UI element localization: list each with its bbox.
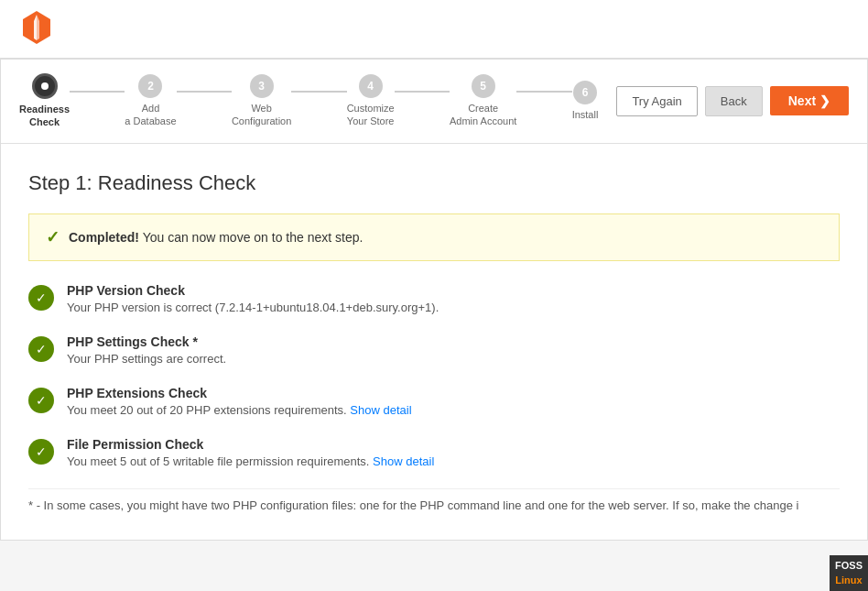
check-item-php-version: ✓ PHP Version Check Your PHP version is … (28, 283, 840, 314)
try-again-button[interactable]: Try Again (616, 86, 697, 116)
check-content-file-permission: File Permission Check You meet 5 out of … (67, 437, 434, 468)
check-content-php-extensions: PHP Extensions Check You meet 20 out of … (67, 386, 412, 417)
success-message: You can now move on to the next step. (139, 230, 363, 245)
step-connector-5-6 (516, 91, 571, 93)
step-2-label: Add a Database (125, 102, 176, 128)
php-extensions-show-detail-link[interactable]: Show detail (350, 403, 411, 417)
check-item-file-permission: ✓ File Permission Check You meet 5 out o… (28, 437, 840, 468)
step-6-circle: 6 (573, 81, 597, 104)
check-circle-php-settings: ✓ (28, 336, 54, 362)
step-4: 4 Customize Your Store (347, 74, 395, 128)
success-checkmark-icon: ✓ (46, 227, 60, 247)
step-1-circle (32, 73, 58, 99)
check-circle-file-permission: ✓ (28, 439, 54, 465)
success-banner: ✓ Completed! You can now move on to the … (28, 213, 840, 261)
step-1-label: Readiness Check (19, 103, 70, 129)
check-title-file-permission: File Permission Check (67, 437, 434, 452)
step-2: 2 Add a Database (125, 74, 176, 128)
check-desc-file-permission: You meet 5 out of 5 writable file permis… (67, 454, 434, 468)
next-button[interactable]: Next (770, 86, 849, 115)
steps-track: Readiness Check 2 Add a Database 3 Web C… (19, 73, 598, 129)
check-item-php-extensions: ✓ PHP Extensions Check You meet 20 out o… (28, 386, 840, 417)
header (0, 0, 868, 59)
step-1-dot-icon (39, 81, 50, 92)
step-5-circle: 5 (472, 74, 495, 98)
check-item-php-settings: ✓ PHP Settings Check * Your PHP settings… (28, 334, 840, 366)
check-title-php-settings: PHP Settings Check * (67, 334, 226, 349)
step-connector-3-4 (291, 91, 346, 93)
check-desc-php-extensions: You meet 20 out of 20 PHP extensions req… (67, 403, 412, 417)
step-5: 5 Create Admin Account (450, 74, 516, 128)
file-permission-show-detail-link[interactable]: Show detail (373, 454, 434, 468)
step-connector-4-5 (395, 91, 450, 93)
svg-point-3 (41, 82, 49, 90)
step-connector-1-2 (70, 91, 125, 93)
footer-note: * - In some cases, you might have two PH… (28, 488, 840, 512)
step-4-circle: 4 (359, 74, 383, 98)
check-desc-php-settings: Your PHP settings are correct. (67, 352, 226, 366)
page-title: Step 1: Readiness Check (28, 171, 840, 195)
check-title-php-extensions: PHP Extensions Check (67, 386, 412, 400)
step-1: Readiness Check (19, 73, 70, 129)
step-5-label: Create Admin Account (450, 102, 516, 128)
wizard-steps-bar: Readiness Check 2 Add a Database 3 Web C… (1, 60, 867, 144)
back-button[interactable]: Back (705, 86, 763, 116)
step-4-label: Customize Your Store (347, 102, 395, 128)
step-3-label: Web Configuration (232, 102, 291, 128)
wizard-buttons: Try Again Back Next (616, 86, 849, 116)
step-3-circle: 3 (250, 74, 274, 98)
check-circle-php-version: ✓ (28, 285, 54, 311)
content-area: Step 1: Readiness Check ✓ Completed! You… (1, 144, 867, 540)
magento-logo-icon (18, 9, 55, 46)
check-title-php-version: PHP Version Check (67, 283, 439, 298)
step-connector-2-3 (177, 91, 232, 93)
step-2-circle: 2 (138, 74, 162, 98)
check-circle-php-extensions: ✓ (28, 388, 54, 413)
check-desc-php-version: Your PHP version is correct (7.2.14-1+ub… (67, 301, 439, 314)
step-6: 6 Install (572, 81, 599, 121)
check-content-php-version: PHP Version Check Your PHP version is co… (67, 283, 439, 314)
step-6-label: Install (572, 108, 599, 121)
wizard-container: Readiness Check 2 Add a Database 3 Web C… (0, 59, 868, 541)
check-content-php-settings: PHP Settings Check * Your PHP settings a… (67, 334, 226, 366)
success-bold: Completed! (69, 230, 139, 245)
success-text: Completed! You can now move on to the ne… (69, 230, 363, 245)
step-3: 3 Web Configuration (232, 74, 291, 128)
